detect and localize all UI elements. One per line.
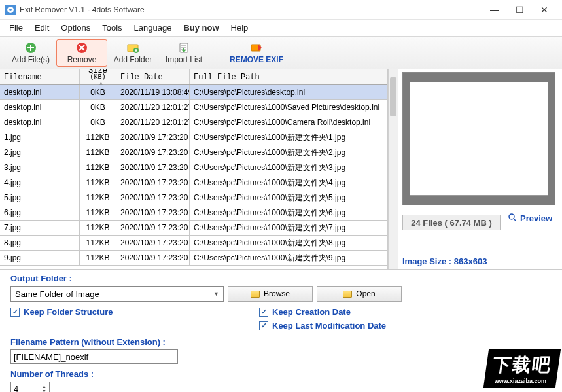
keep-creation-date-checkbox[interactable]: ✓ Keep Creation Date xyxy=(259,307,386,317)
maximize-button[interactable]: ☐ xyxy=(507,2,532,18)
menu-edit[interactable]: Edit xyxy=(35,23,49,33)
preview-pane: 24 Files ( 67.74 MB ) Preview Image Size… xyxy=(398,69,562,269)
open-button[interactable]: Open xyxy=(317,286,402,302)
remove-exif-button[interactable]: REMOVE EXIF xyxy=(220,39,292,67)
cell-date: 2020/10/9 17:23:20 xyxy=(116,205,190,220)
cell-size: 0KB xyxy=(80,115,116,130)
cell-date: 2020/10/9 17:23:20 xyxy=(116,221,190,235)
cell-filename: 8.jpg xyxy=(0,236,80,250)
preview-image xyxy=(402,72,555,205)
magnifier-icon xyxy=(508,213,518,223)
cell-date: 2020/10/9 17:23:20 xyxy=(116,236,190,250)
file-table: Filename Size (KB) File Date Full File P… xyxy=(0,69,388,269)
menu-buynow[interactable]: Buy now xyxy=(183,23,219,33)
table-row[interactable]: 9.jpg112KB2020/10/9 17:23:20C:\Users\pc\… xyxy=(0,251,387,266)
col-full-path[interactable]: Full File Path xyxy=(190,69,387,84)
add-folder-button[interactable]: Add Folder xyxy=(107,39,158,67)
output-folder-combo[interactable]: Same Folder of Image ▼ xyxy=(10,286,224,302)
cell-size: 112KB xyxy=(80,175,116,190)
table-row[interactable]: 2.jpg112KB2020/10/9 17:23:20C:\Users\pc\… xyxy=(0,145,387,160)
cell-date: 2020/11/20 12:01:27 xyxy=(116,100,190,115)
cell-path: C:\Users\pc\Pictures\1000\新建文件夹\3.jpg xyxy=(190,160,387,175)
cell-filename: desktop.ini xyxy=(0,115,80,130)
close-button[interactable]: ✕ xyxy=(532,2,557,18)
content-area: Filename Size (KB) File Date Full File P… xyxy=(0,69,562,269)
cell-date: 2020/10/9 17:23:20 xyxy=(116,251,190,265)
vertical-scrollbar[interactable] xyxy=(388,69,398,269)
folder-icon xyxy=(251,291,260,298)
cell-path: C:\Users\pc\Pictures\1000\新建文件夹\5.jpg xyxy=(190,190,387,205)
cell-path: C:\Users\pc\Pictures\1000\新建文件夹\6.jpg xyxy=(190,205,387,220)
toolbar: Add File(s) Remove Add Folder Import Lis… xyxy=(0,37,562,69)
col-size[interactable]: Size (KB) xyxy=(80,69,116,84)
cell-path: C:\Users\pc\Pictures\desktop.ini xyxy=(190,85,387,99)
menu-file[interactable]: File xyxy=(9,23,23,33)
table-row[interactable]: 8.jpg112KB2020/10/9 17:23:20C:\Users\pc\… xyxy=(0,236,387,251)
table-row[interactable]: 4.jpg112KB2020/10/9 17:23:20C:\Users\pc\… xyxy=(0,175,387,190)
filename-pattern-input[interactable] xyxy=(10,349,178,364)
cell-filename: 9.jpg xyxy=(0,251,80,265)
cell-filename: 5.jpg xyxy=(0,190,80,205)
cell-date: 2020/10/9 17:23:20 xyxy=(116,130,190,145)
cell-path: C:\Users\pc\Pictures\1000\新建文件夹\4.jpg xyxy=(190,175,387,190)
spinner-icon: ▲▼ xyxy=(42,384,46,392)
remove-icon xyxy=(75,41,88,54)
cell-size: 112KB xyxy=(80,190,116,205)
keep-folder-structure-checkbox[interactable]: ✓ Keep Folder Structure xyxy=(10,307,226,317)
watermark: 下载吧 www.xiazaiba.com xyxy=(483,349,561,388)
checkbox-checked-icon: ✓ xyxy=(10,308,20,317)
table-row[interactable]: 6.jpg112KB2020/10/9 17:23:20C:\Users\pc\… xyxy=(0,205,387,221)
table-row[interactable]: desktop.ini0KB2020/11/20 12:01:27C:\User… xyxy=(0,115,387,130)
cell-filename: desktop.ini xyxy=(0,100,80,115)
cell-path: C:\Users\pc\Pictures\1000\新建文件夹\8.jpg xyxy=(190,236,387,250)
cell-size: 112KB xyxy=(80,236,116,250)
cell-date: 2020/11/20 12:01:27 xyxy=(116,115,190,130)
cell-filename: 4.jpg xyxy=(0,175,80,190)
table-row[interactable]: 1.jpg112KB2020/10/9 17:23:20C:\Users\pc\… xyxy=(0,130,387,145)
cell-filename: 7.jpg xyxy=(0,221,80,235)
output-folder-label: Output Folder : xyxy=(10,274,552,283)
col-filename[interactable]: Filename xyxy=(0,69,80,84)
cell-size: 0KB xyxy=(80,85,116,99)
table-row[interactable]: 3.jpg112KB2020/10/9 17:23:20C:\Users\pc\… xyxy=(0,160,387,175)
toolbar-divider xyxy=(215,41,215,65)
menu-help[interactable]: Help xyxy=(231,23,249,33)
table-row[interactable]: 5.jpg112KB2020/10/9 17:23:20C:\Users\pc\… xyxy=(0,190,387,205)
cell-size: 112KB xyxy=(80,130,116,145)
add-files-button[interactable]: Add File(s) xyxy=(5,39,56,67)
menubar: File Edit Options Tools Language Buy now… xyxy=(0,20,562,37)
table-header: Filename Size (KB) File Date Full File P… xyxy=(0,69,387,85)
table-row[interactable]: desktop.ini0KB2020/11/19 13:08:49C:\User… xyxy=(0,85,387,100)
menu-tools[interactable]: Tools xyxy=(102,23,122,33)
threads-stepper[interactable]: 4 ▲▼ xyxy=(10,382,50,392)
checkbox-checked-icon: ✓ xyxy=(259,308,268,317)
keep-mod-date-checkbox[interactable]: ✓ Keep Last Modification Date xyxy=(259,321,386,330)
menu-options[interactable]: Options xyxy=(61,23,90,33)
cell-date: 2020/10/9 17:23:20 xyxy=(116,175,190,190)
cell-path: C:\Users\pc\Pictures\1000\Saved Pictures… xyxy=(190,100,387,115)
titlebar: Exif Remover V1.1 - 4dots Software — ☐ ✕ xyxy=(0,0,562,20)
cell-filename: 1.jpg xyxy=(0,130,80,145)
cell-size: 0KB xyxy=(80,100,116,115)
file-summary: 24 Files ( 67.74 MB ) xyxy=(402,215,501,230)
cell-path: C:\Users\pc\Pictures\1000\新建文件夹\7.jpg xyxy=(190,221,387,235)
browse-button[interactable]: Browse xyxy=(228,286,313,302)
col-file-date[interactable]: File Date xyxy=(116,69,190,84)
cell-size: 112KB xyxy=(80,251,116,265)
cell-size: 112KB xyxy=(80,160,116,175)
table-row[interactable]: desktop.ini0KB2020/11/20 12:01:27C:\User… xyxy=(0,100,387,115)
scrollbar-thumb[interactable] xyxy=(390,77,396,116)
chevron-down-icon: ▼ xyxy=(213,291,219,297)
table-row[interactable]: 7.jpg112KB2020/10/9 17:23:20C:\Users\pc\… xyxy=(0,221,387,236)
preview-link[interactable]: Preview xyxy=(508,213,552,223)
minimize-button[interactable]: — xyxy=(482,2,507,18)
menu-language[interactable]: Language xyxy=(134,23,172,33)
cell-size: 112KB xyxy=(80,145,116,160)
window-title: Exif Remover V1.1 - 4dots Software xyxy=(20,5,482,14)
remove-exif-icon xyxy=(250,41,263,54)
remove-button[interactable]: Remove xyxy=(56,39,107,67)
import-list-button[interactable]: Import List xyxy=(158,39,209,67)
filename-pattern-label: Filename Pattern (without Extension) : xyxy=(10,337,552,347)
cell-filename: desktop.ini xyxy=(0,85,80,99)
cell-path: C:\Users\pc\Pictures\1000\新建文件夹\1.jpg xyxy=(190,130,387,145)
